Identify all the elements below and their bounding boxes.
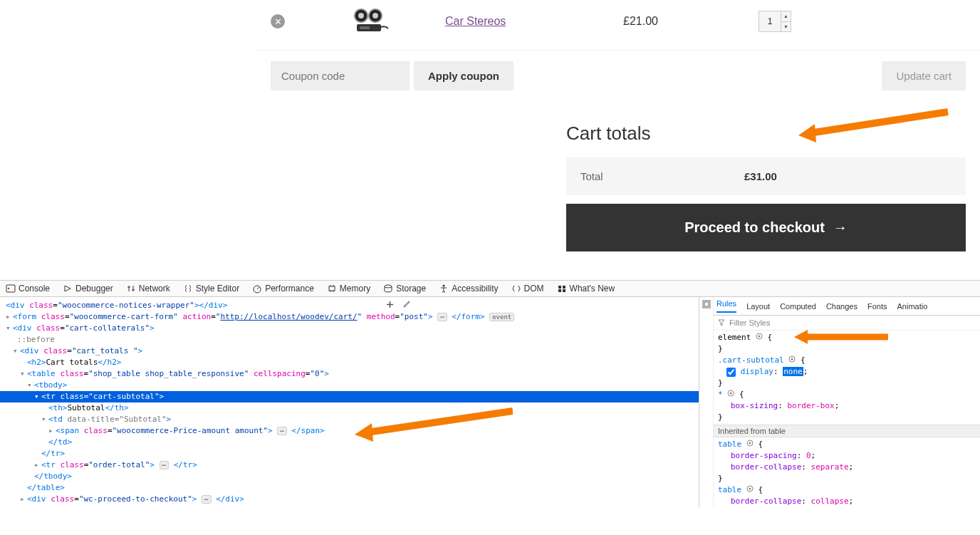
filter-styles-input[interactable]: Filter Styles xyxy=(714,316,980,331)
storage-icon xyxy=(383,284,393,294)
update-cart-button[interactable]: Update cart xyxy=(882,61,966,90)
totals-total-row: Total £31.00 xyxy=(566,157,966,195)
tab-whatsnew[interactable]: What's New xyxy=(557,284,615,294)
svg-point-3 xyxy=(372,13,378,19)
item-price: £21.00 xyxy=(623,15,673,28)
proceed-checkout-button[interactable]: Proceed to checkout → xyxy=(566,204,966,251)
devtools-panel: Console Debugger Network Style Editor Pe… xyxy=(0,280,980,507)
style-icon xyxy=(183,284,193,294)
tab-computed[interactable]: Computed xyxy=(780,302,816,311)
accessibility-icon xyxy=(439,284,449,294)
svg-rect-6 xyxy=(6,285,15,292)
inherited-section: Inherited from table xyxy=(714,425,980,437)
tab-performance[interactable]: Performance xyxy=(252,284,314,294)
arrow-right-icon: → xyxy=(833,219,848,236)
total-label: Total xyxy=(580,170,744,182)
tab-debugger[interactable]: Debugger xyxy=(63,284,113,294)
tab-storage[interactable]: Storage xyxy=(383,284,426,294)
dom-inspector[interactable]: <div class="woocommerce-notices-wrapper"… xyxy=(0,297,699,507)
svg-rect-12 xyxy=(563,286,565,289)
svg-point-18 xyxy=(758,336,760,338)
quantity-up[interactable]: ▲ xyxy=(781,11,791,22)
whatsnew-icon xyxy=(557,284,567,294)
tab-fonts[interactable]: Fonts xyxy=(867,302,887,311)
remove-item-button[interactable]: ✕ xyxy=(271,14,285,28)
product-link[interactable]: Car Stereos xyxy=(445,15,516,28)
svg-point-9 xyxy=(385,285,392,288)
svg-rect-13 xyxy=(558,289,561,292)
tab-rules[interactable]: Rules xyxy=(716,299,736,313)
svg-rect-14 xyxy=(563,289,565,292)
cart-totals-section: Cart totals Total £31.00 Proceed to chec… xyxy=(256,101,980,280)
tab-changes[interactable]: Changes xyxy=(826,302,858,311)
cart-item-row: ✕ Car Stereos £21.00 1 ▲ ▼ xyxy=(256,0,980,51)
svg-rect-11 xyxy=(558,286,561,289)
eyedropper-icon[interactable] xyxy=(402,300,411,309)
cart-actions-row: Apply coupon Update cart xyxy=(256,51,980,101)
tab-console[interactable]: Console xyxy=(6,284,50,294)
tab-accessibility[interactable]: Accessibility xyxy=(439,284,498,294)
stereo-icon xyxy=(351,7,390,36)
cart-area: ✕ Car Stereos £21.00 1 ▲ ▼ Apply coupon xyxy=(0,0,980,280)
total-value: £31.00 xyxy=(744,170,777,182)
layout-icon[interactable] xyxy=(702,300,711,308)
tab-style-editor[interactable]: Style Editor xyxy=(183,284,239,294)
styles-tabbar: Rules Layout Computed Changes Fonts Anim… xyxy=(714,297,980,316)
apply-coupon-button[interactable]: Apply coupon xyxy=(414,61,514,90)
svg-point-24 xyxy=(749,442,751,445)
devtools-tabbar: Console Debugger Network Style Editor Pe… xyxy=(0,281,980,297)
network-icon xyxy=(126,284,136,294)
debugger-icon xyxy=(63,284,73,294)
svg-point-1 xyxy=(358,13,364,19)
tab-animations[interactable]: Animatio xyxy=(897,302,927,311)
memory-icon xyxy=(327,284,337,294)
svg-rect-16 xyxy=(704,302,709,306)
css-rules[interactable]: element { } .cart-subtotal { display: no… xyxy=(714,331,980,425)
quantity-value: 1 xyxy=(759,11,781,31)
tab-layout[interactable]: Layout xyxy=(746,302,770,311)
svg-point-10 xyxy=(443,285,445,287)
svg-point-20 xyxy=(791,358,793,360)
cart-totals-heading: Cart totals xyxy=(566,123,966,145)
console-icon xyxy=(6,284,16,294)
quantity-stepper[interactable]: 1 ▲ ▼ xyxy=(759,11,791,32)
styles-panel: Rules Layout Computed Changes Fonts Anim… xyxy=(699,297,980,507)
coupon-input[interactable] xyxy=(271,61,410,90)
selected-dom-node[interactable]: ▾<tr class="cart-subtotal"> xyxy=(0,391,699,402)
dom-icon xyxy=(511,284,521,294)
svg-rect-8 xyxy=(329,286,335,291)
svg-rect-5 xyxy=(360,26,370,29)
display-checkbox[interactable] xyxy=(726,368,736,377)
svg-point-22 xyxy=(730,393,732,395)
tab-network[interactable]: Network xyxy=(126,284,170,294)
funnel-icon xyxy=(718,319,725,326)
product-thumbnail xyxy=(349,7,392,36)
svg-point-26 xyxy=(749,488,751,490)
tab-memory[interactable]: Memory xyxy=(327,284,370,294)
quantity-down[interactable]: ▼ xyxy=(781,22,791,32)
devtools-body: <div class="woocommerce-notices-wrapper"… xyxy=(0,297,980,507)
checkout-label: Proceed to checkout xyxy=(684,219,825,236)
tab-dom[interactable]: DOM xyxy=(511,284,544,294)
add-icon[interactable] xyxy=(385,300,395,309)
performance-icon xyxy=(252,284,262,294)
